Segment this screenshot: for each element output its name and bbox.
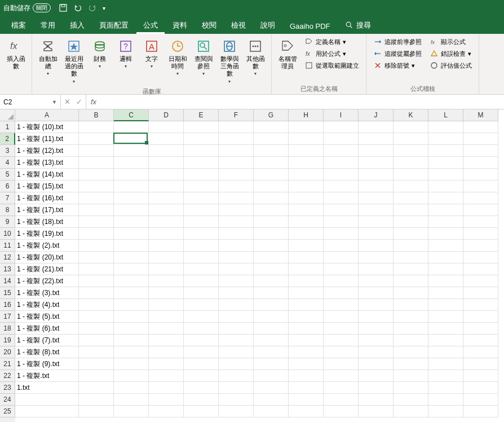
cell[interactable] [289, 192, 324, 204]
cell[interactable] [219, 406, 254, 417]
cell[interactable] [359, 145, 394, 157]
cell[interactable] [184, 145, 219, 157]
cell[interactable] [219, 370, 254, 382]
cell[interactable] [324, 240, 359, 252]
cell[interactable] [359, 299, 394, 311]
cell[interactable] [394, 145, 428, 157]
cell[interactable] [394, 394, 428, 406]
cell[interactable]: 1 - 複製 (15).txt [15, 181, 79, 192]
cell[interactable] [79, 263, 114, 275]
remove-arrows-button[interactable]: 移除箭號 ▾ [370, 60, 425, 71]
cell[interactable]: 1 - 複製 (21).txt [15, 263, 79, 275]
cell[interactable]: 1 - 複製 (7).txt [15, 335, 79, 346]
cell[interactable]: 1 - 複製 (16).txt [15, 192, 79, 204]
tab-gaaiho[interactable]: Gaaiho PDF [283, 19, 337, 34]
row-header[interactable]: 25 [0, 406, 15, 417]
cell[interactable] [254, 157, 289, 169]
cell[interactable] [359, 370, 394, 382]
cell[interactable] [114, 394, 149, 406]
cell[interactable] [463, 169, 498, 181]
column-header[interactable]: D [149, 109, 184, 121]
cell[interactable] [394, 121, 428, 133]
cell[interactable] [359, 157, 394, 169]
cell[interactable] [289, 145, 324, 157]
tab-home[interactable]: 常用 [34, 17, 62, 34]
cell[interactable] [184, 216, 219, 228]
cell[interactable] [79, 216, 114, 228]
cell[interactable] [428, 240, 463, 252]
cell[interactable] [79, 382, 114, 394]
cell[interactable] [394, 192, 428, 204]
cell[interactable] [324, 192, 359, 204]
cell[interactable] [114, 169, 149, 181]
fx-label[interactable]: fx [86, 95, 101, 109]
row-header[interactable]: 4 [0, 157, 15, 169]
financial-button[interactable]: 財務▾ [87, 36, 112, 72]
text-button[interactable]: A 文字▾ [139, 36, 164, 72]
row-header[interactable]: 13 [0, 263, 15, 275]
cell[interactable] [289, 181, 324, 192]
cell[interactable] [254, 192, 289, 204]
cell[interactable] [254, 252, 289, 263]
cell[interactable] [289, 216, 324, 228]
row-header[interactable]: 12 [0, 252, 15, 263]
cell[interactable] [463, 394, 498, 406]
cell[interactable] [254, 275, 289, 287]
cell[interactable]: 1 - 複製 (14).txt [15, 169, 79, 181]
cell[interactable] [219, 311, 254, 323]
cell[interactable] [79, 287, 114, 299]
cell[interactable] [149, 121, 184, 133]
cell[interactable] [114, 299, 149, 311]
row-header[interactable]: 21 [0, 358, 15, 370]
cell[interactable] [324, 346, 359, 358]
cell[interactable] [79, 169, 114, 181]
cell[interactable] [289, 275, 324, 287]
cell[interactable] [359, 275, 394, 287]
cell[interactable] [428, 335, 463, 346]
cell[interactable] [114, 311, 149, 323]
row-header[interactable]: 5 [0, 169, 15, 181]
cell[interactable] [254, 323, 289, 335]
cell[interactable] [114, 157, 149, 169]
cell[interactable] [149, 240, 184, 252]
cell[interactable] [324, 382, 359, 394]
cell[interactable] [149, 335, 184, 346]
cell[interactable] [254, 370, 289, 382]
column-header[interactable]: K [394, 109, 428, 121]
cell[interactable] [428, 311, 463, 323]
cell[interactable] [289, 358, 324, 370]
cell[interactable] [463, 181, 498, 192]
cell[interactable] [79, 370, 114, 382]
cell[interactable] [114, 346, 149, 358]
cell[interactable] [394, 252, 428, 263]
cell[interactable] [79, 358, 114, 370]
cell[interactable] [114, 204, 149, 216]
cell[interactable] [289, 311, 324, 323]
cell[interactable] [428, 287, 463, 299]
cancel-icon[interactable]: ✕ [64, 98, 70, 106]
cell[interactable] [184, 263, 219, 275]
cell[interactable] [219, 169, 254, 181]
cell[interactable] [463, 323, 498, 335]
cell[interactable] [149, 275, 184, 287]
cell[interactable] [289, 240, 324, 252]
cell[interactable] [149, 216, 184, 228]
row-header[interactable]: 3 [0, 145, 15, 157]
cell[interactable] [289, 263, 324, 275]
column-header[interactable]: B [79, 109, 114, 121]
cell[interactable] [149, 228, 184, 240]
row-header[interactable]: 19 [0, 335, 15, 346]
cell[interactable]: 1 - 複製 (18).txt [15, 216, 79, 228]
cell[interactable] [463, 145, 498, 157]
cell[interactable] [219, 335, 254, 346]
cell[interactable] [79, 157, 114, 169]
cell[interactable] [428, 263, 463, 275]
cell[interactable] [254, 121, 289, 133]
cell[interactable] [149, 169, 184, 181]
cell[interactable] [149, 157, 184, 169]
cell[interactable] [79, 228, 114, 240]
formula-input[interactable] [101, 95, 504, 109]
qat-customize-icon[interactable]: ▾ [103, 5, 105, 11]
cell[interactable] [219, 181, 254, 192]
cell[interactable] [463, 263, 498, 275]
